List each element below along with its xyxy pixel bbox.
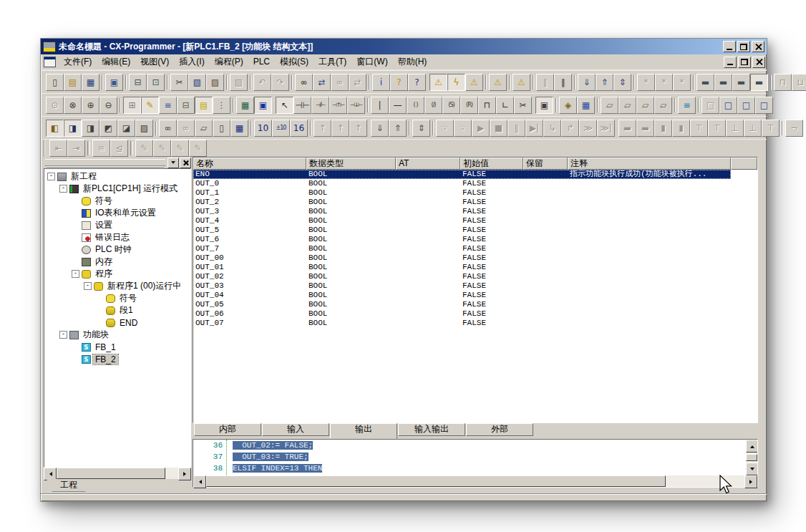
tree-item-io-table[interactable]: IO表和单元设置 bbox=[44, 207, 190, 219]
scroll-down-button[interactable] bbox=[746, 463, 757, 475]
context-help-button[interactable]: ? bbox=[408, 74, 426, 91]
table-row[interactable]: OUT_5BOOLFALSE bbox=[193, 226, 731, 235]
new-file-button[interactable]: ▯ bbox=[46, 74, 64, 91]
plc-online-edit-button[interactable]: ⚠ bbox=[513, 74, 530, 91]
contact-down-button[interactable]: ⊣↓⊢ bbox=[347, 97, 365, 114]
tab-project[interactable]: 工程 bbox=[47, 479, 91, 492]
column-header-4[interactable]: 初始值 bbox=[460, 158, 523, 170]
close-button[interactable] bbox=[752, 41, 764, 52]
tree-expander-icon[interactable]: - bbox=[47, 173, 55, 180]
transfer-fb-to-plc-button[interactable]: ⇓ bbox=[371, 120, 389, 137]
scrollbar-thumb[interactable] bbox=[57, 468, 165, 479]
online-edit-begin-button[interactable]: ▱ bbox=[601, 97, 618, 114]
rung-properties-button[interactable]: ▯ bbox=[213, 120, 230, 137]
save-file-button[interactable]: ▦ bbox=[82, 74, 99, 91]
cut-button[interactable]: ✂ bbox=[170, 74, 188, 91]
select-tool-button[interactable]: ↖ bbox=[276, 97, 293, 114]
tab-internal[interactable]: 内部 bbox=[194, 423, 261, 436]
table-row[interactable]: OUT_04BOOLFALSE bbox=[193, 291, 731, 300]
tree-expander-icon[interactable]: - bbox=[72, 270, 79, 278]
download-plc-button[interactable]: ⇓ bbox=[578, 74, 596, 91]
cross-reference-button[interactable]: ∞ bbox=[159, 120, 177, 137]
table-row[interactable]: OUT_07BOOLFALSE bbox=[193, 319, 731, 328]
show-comments-button[interactable]: ✎ bbox=[141, 97, 159, 114]
zoom-out-button[interactable]: ⊖ bbox=[99, 97, 117, 114]
tree-item-end[interactable]: END bbox=[44, 316, 190, 329]
show-ladder-button[interactable]: ▤ bbox=[195, 97, 213, 114]
column-header-1[interactable]: 名称 bbox=[193, 158, 306, 170]
child-restore-button[interactable] bbox=[738, 57, 751, 68]
table-row[interactable]: ENOBOOLFALSE指示功能块执行成功(功能块被执行... bbox=[193, 170, 731, 179]
mdi-child-icon[interactable] bbox=[44, 57, 56, 67]
scroll-up-button[interactable] bbox=[746, 440, 757, 453]
table-row[interactable]: OUT_06BOOLFALSE bbox=[193, 309, 731, 319]
watch-4-button[interactable]: □ bbox=[755, 97, 773, 114]
table-row[interactable]: OUT_01BOOLFALSE bbox=[193, 263, 731, 272]
address-reference-button[interactable]: ≡ bbox=[678, 97, 696, 114]
toolbar-group-handle[interactable] bbox=[44, 140, 47, 157]
tree-item-memory[interactable]: 内存 bbox=[44, 256, 190, 268]
menu-item-3[interactable]: 视图(V) bbox=[135, 55, 174, 69]
print-preview-button[interactable]: ⊡ bbox=[147, 74, 165, 91]
code-line[interactable]: OUT_02:= FALSE; bbox=[233, 440, 746, 451]
help-button[interactable]: ? bbox=[390, 74, 408, 91]
tab-external[interactable]: 外部 bbox=[466, 423, 533, 436]
page-preview-button[interactable]: ▣ bbox=[105, 74, 123, 91]
menu-item-1[interactable]: 文件(F) bbox=[59, 55, 97, 69]
tree-expander-icon[interactable]: - bbox=[84, 282, 92, 290]
coil-closed-button[interactable]: (/) bbox=[424, 97, 442, 114]
set-coil-button[interactable]: (S) bbox=[442, 97, 460, 114]
scroll-right-button[interactable] bbox=[744, 475, 757, 488]
show-rung-list-button[interactable]: ≡ bbox=[159, 97, 177, 114]
column-header-6[interactable]: 注释 bbox=[568, 158, 731, 170]
editor-text-area[interactable]: OUT_02:= FALSE; OUT_03:= TRUE;ELSIF INDE… bbox=[227, 440, 746, 475]
online-monitor-button[interactable]: ⚠ bbox=[465, 74, 483, 91]
table-row[interactable]: OUT_1BOOLFALSE bbox=[193, 188, 731, 198]
window-explorer-button[interactable]: ◧ bbox=[46, 120, 64, 137]
table-row[interactable]: OUT_4BOOLFALSE bbox=[193, 216, 731, 226]
window-diagram-button[interactable]: ◨ bbox=[64, 120, 82, 137]
line-corner-button[interactable]: ∟ bbox=[496, 97, 514, 114]
online-edit-release-button[interactable]: ▱ bbox=[654, 97, 672, 114]
zoom-region-button[interactable]: ⊗ bbox=[64, 97, 82, 114]
menu-item-2[interactable]: 编辑(E) bbox=[97, 55, 135, 69]
mnemonic-view-button[interactable]: ▦ bbox=[236, 97, 254, 114]
scrollbar-thumb[interactable] bbox=[746, 454, 757, 461]
table-row[interactable]: OUT_03BOOLFALSE bbox=[193, 281, 731, 291]
transfer-fb-compare-button[interactable]: ⇕ bbox=[412, 120, 430, 137]
memory-view-2-button[interactable]: ▬ bbox=[714, 74, 732, 91]
tree-item-plc[interactable]: -新PLC1[CP1H] 运行模式 bbox=[44, 183, 190, 195]
menu-item-6[interactable]: PLC bbox=[248, 55, 275, 69]
tree-item-programs[interactable]: -程序 bbox=[44, 268, 190, 280]
show-grid-button[interactable]: ⊞ bbox=[123, 97, 141, 114]
tree-item-program1[interactable]: -新程序1 (00)运行中 bbox=[44, 280, 190, 292]
online-edit-grid-button[interactable]: ▦ bbox=[577, 97, 595, 114]
watch-3-button[interactable]: □ bbox=[737, 97, 755, 114]
menu-item-4[interactable]: 插入(I) bbox=[174, 55, 209, 69]
table-row[interactable]: OUT_02BOOLFALSE bbox=[193, 272, 731, 281]
io-bit-view-button[interactable]: ▦ bbox=[230, 120, 248, 137]
table-row[interactable]: OUT_6BOOLFALSE bbox=[193, 235, 731, 244]
paste-button[interactable]: ▨ bbox=[206, 74, 224, 91]
upload-plc-button[interactable]: ⇑ bbox=[596, 74, 613, 91]
tree-item-project[interactable]: -新工程 bbox=[44, 170, 190, 183]
table-row[interactable]: OUT_0BOOLFALSE bbox=[193, 179, 731, 188]
monitor-signed-decimal-button[interactable]: ±10 bbox=[272, 120, 290, 137]
monitor-mode-button[interactable]: ϟ bbox=[447, 74, 465, 91]
scrollbar-track[interactable] bbox=[165, 468, 178, 479]
table-row[interactable]: OUT_3BOOLFALSE bbox=[193, 207, 731, 216]
contact-no-button[interactable]: ⊣⊢ bbox=[293, 97, 311, 114]
watch-2-button[interactable]: □ bbox=[719, 97, 737, 114]
find-replace-button[interactable]: ⇄ bbox=[313, 74, 331, 91]
tab-inout[interactable]: 输入输出 bbox=[398, 423, 465, 436]
menu-item-7[interactable]: 模拟(S) bbox=[275, 55, 314, 69]
compare-plc-button[interactable]: ⇕ bbox=[613, 74, 631, 91]
copy-button[interactable]: ▧ bbox=[188, 74, 206, 91]
window-symbols-button[interactable]: ◩ bbox=[99, 120, 117, 137]
tree-item-fb1[interactable]: FB_1 bbox=[44, 341, 190, 353]
tree-item-program1-symbols[interactable]: 符号 bbox=[44, 292, 190, 304]
tab-output[interactable]: 输出 bbox=[330, 423, 397, 439]
about-button[interactable]: i bbox=[372, 74, 390, 91]
fb-call-button[interactable]: ⊓ bbox=[478, 97, 496, 114]
memory-view-4-button[interactable]: ▬ bbox=[750, 74, 768, 91]
